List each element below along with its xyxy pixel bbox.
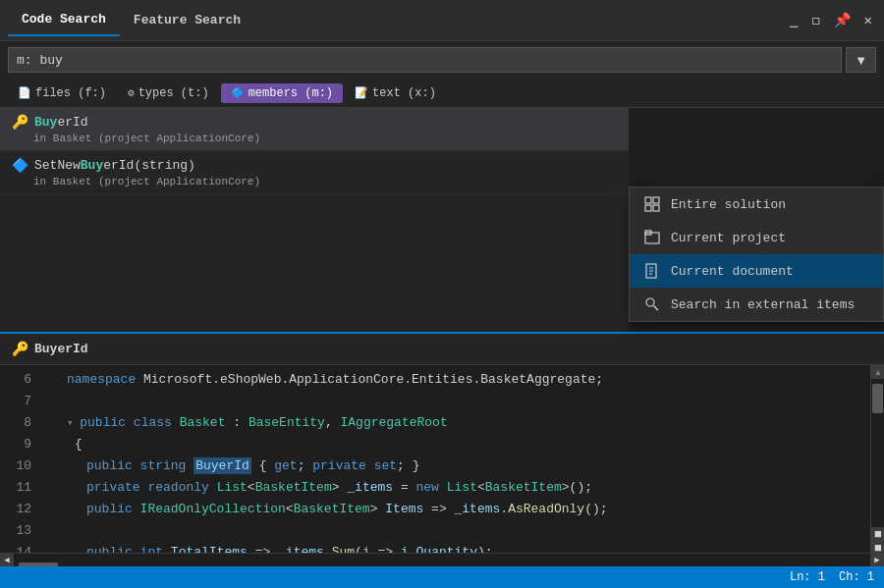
token: IReadOnlyCollection [140,502,286,516]
token: private [86,480,147,495]
menu-search-external-label: Search in external items [671,297,855,312]
result-2-name: SetNewBuyerId(string) [34,158,195,173]
token: { [75,437,83,452]
code-line-10: public string BuyerId { get; private set… [86,455,862,477]
pin-icon[interactable]: 📌 [830,10,855,30]
code-header: 🔑 BuyerId [0,334,884,365]
result-2-icon: 🔷 [12,157,28,174]
status-right: Ln: 1 Ch: 1 [790,570,874,584]
menu-entire-solution[interactable]: Entire solution [630,187,883,221]
minimize-icon[interactable]: ⎯ [786,11,801,30]
line-num-12: 12 [0,499,31,520]
token: namespace [67,372,143,387]
filter-tab-types[interactable]: ⚙ types (t:) [118,83,219,103]
scroll-right-button[interactable]: ▶ [870,554,884,567]
file-icon: 📄 [18,86,31,99]
token: Items [385,502,423,516]
token: public [80,415,134,430]
line-num-7: 7 [0,391,31,412]
token: Basket [180,415,226,430]
token: class [134,415,180,430]
filter-types-label: types (t:) [138,86,209,100]
token: set [374,458,397,473]
line-numbers: 6 7 8 9 10 11 12 13 14 [0,365,39,568]
result-1-highlight: Buy [34,115,57,130]
result-2-location: in Basket (project ApplicationCore) [33,176,617,187]
filter-row: 📄 files (f:) ⚙ types (t:) 🔷 members (m:)… [0,79,884,108]
filter-tab-text[interactable]: 📝 text (x:) [345,83,446,103]
tab-feature-search[interactable]: Feature Search [120,5,254,35]
svg-rect-0 [645,197,651,203]
result-item-1[interactable]: 🔑 BuyerId in Basket (project Application… [0,108,629,151]
line-num-11: 11 [0,477,31,499]
token: (); [584,502,607,516]
entire-solution-icon [643,195,661,213]
code-line-7 [47,391,862,412]
svg-line-11 [654,306,659,311]
code-line-6: namespace Microsoft.eShopWeb.Application… [67,369,862,391]
close-icon[interactable]: ✕ [860,10,876,30]
token: . [500,502,508,516]
upper-section: 🔑 BuyerId in Basket (project Application… [0,108,884,334]
code-header-icon: 🔑 [12,341,28,357]
token: public [86,458,140,473]
status-ln: Ln: 1 [790,570,825,584]
token: Microsoft.eShopWeb.ApplicationCore.Entit… [143,372,603,387]
menu-search-external[interactable]: Search in external items [630,288,883,321]
title-bar: Code Search Feature Search ⎯ ◻ 📌 ✕ [0,0,884,41]
token: >(); [562,480,592,495]
scope-dropdown-button[interactable]: ▼ [846,47,876,73]
svg-point-10 [646,298,654,306]
scroll-left-button[interactable]: ◀ [0,554,14,567]
results-panel: 🔑 BuyerId in Basket (project Application… [0,108,629,332]
status-bar: Ln: 1 Ch: 1 [0,566,884,588]
menu-current-document[interactable]: Current document [630,254,883,288]
token: List [217,480,248,495]
token: = [393,480,415,495]
code-line-11: private readonly List<BasketItem> _items… [86,477,862,499]
result-2-pre: SetNew [34,158,81,173]
search-input[interactable] [8,47,842,73]
status-ch: Ch: 1 [839,570,874,584]
token: _items [455,502,501,516]
collapse-arrow: ▾ [67,417,80,429]
token: private [312,458,373,473]
menu-current-project[interactable]: Current project [630,221,883,254]
token: get [274,458,297,473]
code-body: 6 7 8 9 10 11 12 13 14 namespace Microso… [0,365,884,568]
token: _items [347,480,393,495]
filter-tab-files[interactable]: 📄 files (f:) [8,83,116,103]
token: ; [298,458,313,473]
tab-code-search[interactable]: Code Search [8,4,120,36]
token: List [447,480,477,495]
token: > [370,502,386,516]
token-buyerid: BuyerId [193,457,251,474]
code-header-title: BuyerId [34,342,88,356]
token: AsReadOnly [508,502,584,516]
scroll-thumb[interactable] [872,384,883,413]
token: , [325,415,341,430]
line-num-6: 6 [0,369,31,391]
token: readonly [147,480,216,495]
code-content: namespace Microsoft.eShopWeb.Application… [39,365,870,568]
line-num-13: 13 [0,520,31,542]
code-line-12: public IReadOnlyCollection<BasketItem> I… [86,499,862,520]
code-line-13 [47,520,862,542]
title-bar-icons: ⎯ ◻ 📌 ✕ [786,10,876,30]
current-project-icon [643,229,661,246]
token: BaseEntity [249,415,325,430]
filter-tab-members[interactable]: 🔷 members (m:) [221,83,343,103]
token: { [251,458,274,473]
scroll-track[interactable] [871,379,884,527]
scroll-up-button[interactable]: ▲ [871,365,884,379]
restore-icon[interactable]: ◻ [807,10,823,30]
current-document-icon [643,262,661,280]
svg-rect-2 [645,205,651,211]
square-btn-1[interactable]: ■ [871,527,884,541]
horizontal-scrollbar: ◀ ▶ [0,553,884,566]
token: public [86,502,140,516]
menu-current-project-label: Current project [671,231,786,245]
token: < [477,480,485,495]
result-item-2[interactable]: 🔷 SetNewBuyerId(string) in Basket (proje… [0,151,629,194]
token: < [286,502,294,516]
